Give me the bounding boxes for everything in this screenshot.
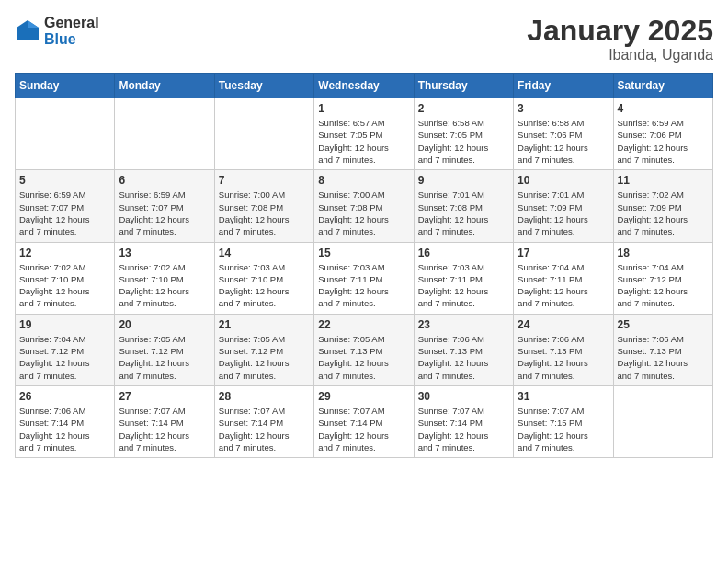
calendar-week-row: 19Sunrise: 7:04 AM Sunset: 7:12 PM Dayli… [16,314,713,385]
calendar-cell: 5Sunrise: 6:59 AM Sunset: 7:07 PM Daylig… [16,170,115,242]
day-info: Sunrise: 7:06 AM Sunset: 7:14 PM Dayligh… [19,405,110,454]
day-info: Sunrise: 7:03 AM Sunset: 7:10 PM Dayligh… [219,261,310,310]
calendar-cell: 29Sunrise: 7:07 AM Sunset: 7:14 PM Dayli… [314,385,414,457]
calendar-cell: 18Sunrise: 7:04 AM Sunset: 7:12 PM Dayli… [613,242,712,314]
calendar-cell: 4Sunrise: 6:59 AM Sunset: 7:06 PM Daylig… [613,98,712,170]
calendar-cell: 19Sunrise: 7:04 AM Sunset: 7:12 PM Dayli… [16,314,115,385]
location-title: Ibanda, Uganda [527,47,713,63]
day-info: Sunrise: 7:07 AM Sunset: 7:15 PM Dayligh… [518,405,609,454]
weekday-header-row: SundayMondayTuesdayWednesdayThursdayFrid… [16,74,713,98]
calendar-cell [16,98,115,170]
day-number: 1 [318,102,409,115]
calendar-week-row: 12Sunrise: 7:02 AM Sunset: 7:10 PM Dayli… [16,242,713,314]
day-info: Sunrise: 7:07 AM Sunset: 7:14 PM Dayligh… [318,405,409,454]
calendar-cell: 9Sunrise: 7:01 AM Sunset: 7:08 PM Daylig… [414,170,513,242]
day-info: Sunrise: 7:07 AM Sunset: 7:14 PM Dayligh… [219,405,310,454]
day-number: 17 [518,247,609,259]
weekday-header-monday: Monday [115,74,214,98]
calendar-cell: 30Sunrise: 7:07 AM Sunset: 7:14 PM Dayli… [414,385,513,457]
day-number: 24 [518,318,609,331]
day-number: 12 [19,247,110,259]
day-info: Sunrise: 7:06 AM Sunset: 7:13 PM Dayligh… [618,333,709,382]
day-number: 9 [418,174,509,187]
calendar-cell: 31Sunrise: 7:07 AM Sunset: 7:15 PM Dayli… [514,385,613,457]
day-number: 10 [518,174,609,187]
day-number: 13 [119,247,210,259]
calendar-cell: 1Sunrise: 6:57 AM Sunset: 7:05 PM Daylig… [314,98,414,170]
day-info: Sunrise: 7:00 AM Sunset: 7:08 PM Dayligh… [318,189,409,237]
weekday-header-friday: Friday [514,74,613,98]
day-info: Sunrise: 7:07 AM Sunset: 7:14 PM Dayligh… [119,405,210,454]
day-number: 28 [219,390,310,403]
calendar-cell: 23Sunrise: 7:06 AM Sunset: 7:13 PM Dayli… [414,314,513,385]
calendar-cell: 22Sunrise: 7:05 AM Sunset: 7:13 PM Dayli… [314,314,414,385]
day-number: 18 [618,247,709,259]
calendar-cell: 7Sunrise: 7:00 AM Sunset: 7:08 PM Daylig… [214,170,313,242]
day-number: 14 [219,247,310,259]
day-info: Sunrise: 7:04 AM Sunset: 7:12 PM Dayligh… [19,333,110,382]
calendar-cell: 11Sunrise: 7:02 AM Sunset: 7:09 PM Dayli… [613,170,712,242]
calendar-cell: 26Sunrise: 7:06 AM Sunset: 7:14 PM Dayli… [16,385,115,457]
calendar-cell: 20Sunrise: 7:05 AM Sunset: 7:12 PM Dayli… [115,314,214,385]
day-number: 30 [418,390,509,403]
weekday-header-saturday: Saturday [613,74,712,98]
day-number: 7 [219,174,310,187]
day-number: 8 [318,174,409,187]
calendar-cell: 6Sunrise: 6:59 AM Sunset: 7:07 PM Daylig… [115,170,214,242]
calendar-cell: 15Sunrise: 7:03 AM Sunset: 7:11 PM Dayli… [314,242,414,314]
day-info: Sunrise: 7:04 AM Sunset: 7:11 PM Dayligh… [518,261,609,310]
day-info: Sunrise: 6:58 AM Sunset: 7:06 PM Dayligh… [518,117,609,166]
weekday-header-tuesday: Tuesday [214,74,313,98]
day-info: Sunrise: 7:07 AM Sunset: 7:14 PM Dayligh… [418,405,509,454]
day-number: 4 [618,102,709,115]
calendar-week-row: 1Sunrise: 6:57 AM Sunset: 7:05 PM Daylig… [16,98,713,170]
calendar-cell: 13Sunrise: 7:02 AM Sunset: 7:10 PM Dayli… [115,242,214,314]
day-info: Sunrise: 7:03 AM Sunset: 7:11 PM Dayligh… [318,261,409,310]
day-number: 19 [19,318,110,331]
calendar-cell: 10Sunrise: 7:01 AM Sunset: 7:09 PM Dayli… [514,170,613,242]
logo-text-blue: Blue [44,31,99,48]
calendar-cell [613,385,712,457]
day-number: 16 [418,247,509,259]
day-info: Sunrise: 7:02 AM Sunset: 7:10 PM Dayligh… [19,261,110,310]
calendar-cell: 16Sunrise: 7:03 AM Sunset: 7:11 PM Dayli… [414,242,513,314]
weekday-header-wednesday: Wednesday [314,74,414,98]
calendar-week-row: 26Sunrise: 7:06 AM Sunset: 7:14 PM Dayli… [16,385,713,457]
calendar-cell: 27Sunrise: 7:07 AM Sunset: 7:14 PM Dayli… [115,385,214,457]
svg-marker-1 [28,20,39,28]
calendar-cell: 24Sunrise: 7:06 AM Sunset: 7:13 PM Dayli… [514,314,613,385]
day-number: 2 [418,102,509,115]
calendar-cell: 14Sunrise: 7:03 AM Sunset: 7:10 PM Dayli… [214,242,313,314]
month-title: January 2025 [527,15,713,47]
calendar-cell: 8Sunrise: 7:00 AM Sunset: 7:08 PM Daylig… [314,170,414,242]
title-area: January 2025 Ibanda, Uganda [527,15,713,63]
day-info: Sunrise: 7:06 AM Sunset: 7:13 PM Dayligh… [518,333,609,382]
calendar-cell: 3Sunrise: 6:58 AM Sunset: 7:06 PM Daylig… [514,98,613,170]
calendar-cell: 2Sunrise: 6:58 AM Sunset: 7:05 PM Daylig… [414,98,513,170]
day-number: 31 [518,390,609,403]
day-info: Sunrise: 7:00 AM Sunset: 7:08 PM Dayligh… [219,189,310,237]
day-info: Sunrise: 7:02 AM Sunset: 7:10 PM Dayligh… [119,261,210,310]
day-number: 27 [119,390,210,403]
day-number: 20 [119,318,210,331]
day-number: 22 [318,318,409,331]
logo-icon [15,18,40,44]
weekday-header-thursday: Thursday [414,74,513,98]
calendar-week-row: 5Sunrise: 6:59 AM Sunset: 7:07 PM Daylig… [16,170,713,242]
calendar-cell: 28Sunrise: 7:07 AM Sunset: 7:14 PM Dayli… [214,385,313,457]
day-number: 25 [618,318,709,331]
day-info: Sunrise: 7:02 AM Sunset: 7:09 PM Dayligh… [618,189,709,237]
day-number: 11 [618,174,709,187]
day-info: Sunrise: 7:03 AM Sunset: 7:11 PM Dayligh… [418,261,509,310]
calendar-cell [115,98,214,170]
weekday-header-sunday: Sunday [16,74,115,98]
calendar-table: SundayMondayTuesdayWednesdayThursdayFrid… [15,73,713,458]
day-info: Sunrise: 7:01 AM Sunset: 7:09 PM Dayligh… [518,189,609,237]
calendar-cell: 25Sunrise: 7:06 AM Sunset: 7:13 PM Dayli… [613,314,712,385]
day-info: Sunrise: 7:01 AM Sunset: 7:08 PM Dayligh… [418,189,509,237]
day-info: Sunrise: 7:05 AM Sunset: 7:12 PM Dayligh… [119,333,210,382]
day-number: 3 [518,102,609,115]
page-header: General Blue January 2025 Ibanda, Uganda [15,15,713,63]
logo-text-general: General [44,15,99,31]
calendar-cell: 12Sunrise: 7:02 AM Sunset: 7:10 PM Dayli… [16,242,115,314]
